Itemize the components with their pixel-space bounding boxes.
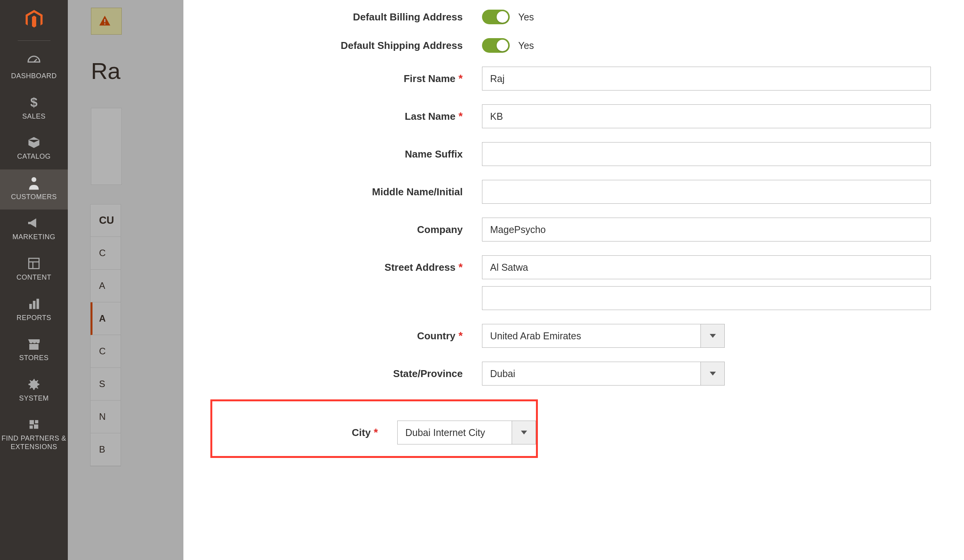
default-shipping-toggle[interactable] [482,38,510,53]
megaphone-icon [26,215,42,231]
country-select[interactable]: United Arab Emirates [482,324,725,348]
state-value: Dubai [482,362,701,386]
sidebar-item-reports[interactable]: REPORTS [0,290,68,331]
chevron-down-icon [521,431,527,434]
sidebar-item-label: DASHBOARD [11,72,57,80]
sidebar-item-dashboard[interactable]: DASHBOARD [0,49,68,89]
default-billing-value: Yes [518,12,534,23]
last-name-input[interactable] [482,104,931,128]
default-billing-toggle[interactable] [482,10,510,24]
magento-logo[interactable] [22,8,45,31]
sidebar-item-label: SYSTEM [19,394,49,403]
layout-icon [26,256,42,271]
first-name-label: First Name* [260,72,482,85]
sidebar-item-label: SALES [22,112,46,121]
chevron-down-icon [710,372,716,376]
city-label: City* [262,426,397,439]
dollar-icon: $ [26,95,42,110]
city-select[interactable]: Dubai Internet City [397,421,536,444]
sidebar-item-customers[interactable]: CUSTOMERS [0,169,68,210]
sidebar-divider [18,40,50,41]
gauge-icon [26,54,42,70]
sidebar-item-stores[interactable]: STORES [0,330,68,371]
sidebar-item-label: STORES [19,354,49,362]
company-label: Company [260,224,482,236]
street-address-input-2[interactable] [482,286,931,310]
person-icon [26,175,42,191]
box-icon [26,135,42,150]
svg-rect-6 [29,304,32,309]
city-highlight-annotation: City* Dubai Internet City [210,399,538,458]
company-input[interactable] [482,218,931,241]
gear-icon [26,377,42,392]
sidebar-item-marketing[interactable]: MARKETING [0,210,68,250]
last-name-label: Last Name* [260,110,482,122]
first-name-input[interactable] [482,67,931,91]
svg-rect-8 [37,298,39,309]
svg-rect-3 [29,258,39,269]
middle-name-label: Middle Name/Initial [260,186,482,198]
bars-icon [26,296,42,312]
sidebar-item-label: CATALOG [17,153,51,161]
middle-name-input[interactable] [482,180,931,204]
street-address-input-1[interactable] [482,255,931,279]
svg-point-2 [32,177,37,182]
default-billing-label: Default Billing Address [260,11,482,23]
street-address-label: Street Address* [260,261,482,273]
address-edit-modal: Default Billing Address Yes Default Ship… [183,0,964,560]
city-dropdown-button[interactable] [512,421,536,444]
sidebar-item-sales[interactable]: $ SALES [0,89,68,129]
sidebar-item-label: FIND PARTNERS & EXTENSIONS [0,434,68,451]
sidebar-item-catalog[interactable]: CATALOG [0,129,68,169]
sidebar-item-partners[interactable]: FIND PARTNERS & EXTENSIONS [0,411,68,459]
svg-rect-7 [33,301,35,309]
city-value: Dubai Internet City [397,421,512,444]
modal-overlay: Default Billing Address Yes Default Ship… [68,0,964,560]
name-suffix-input[interactable] [482,142,931,166]
country-label: Country* [260,330,482,342]
state-dropdown-button[interactable] [701,362,725,386]
name-suffix-label: Name Suffix [260,148,482,160]
state-select[interactable]: Dubai [482,362,725,386]
storefront-icon [26,336,42,352]
sidebar-item-label: MARKETING [12,233,55,241]
sidebar-item-label: CONTENT [17,273,52,282]
country-dropdown-button[interactable] [701,324,725,348]
sidebar-item-label: REPORTS [17,314,51,322]
chevron-down-icon [710,334,716,338]
country-value: United Arab Emirates [482,324,701,348]
sidebar-item-system[interactable]: SYSTEM [0,371,68,411]
svg-text:$: $ [30,96,38,109]
sidebar-item-label: CUSTOMERS [11,193,57,201]
partners-icon [26,417,42,432]
state-label: State/Province [260,368,482,380]
admin-sidebar: DASHBOARD $ SALES CATALOG CUSTOMERS [0,0,68,560]
sidebar-item-content[interactable]: CONTENT [0,250,68,290]
default-shipping-label: Default Shipping Address [260,40,482,52]
default-shipping-value: Yes [518,40,534,51]
